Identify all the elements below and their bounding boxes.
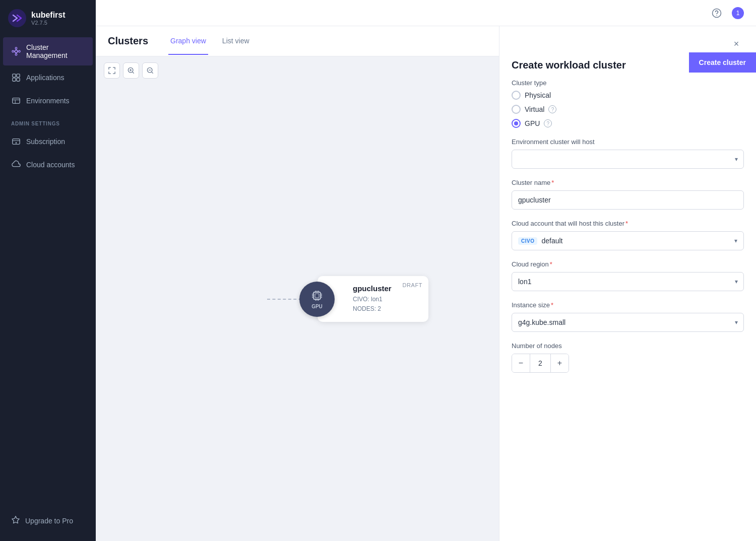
create-cluster-button[interactable]: Create cluster <box>689 52 756 73</box>
cluster-node-wrapper: GPU DRAFT gpucluster CIVO: lon1 NODES: 2 <box>267 276 428 322</box>
create-workload-cluster-panel: × Create workload cluster Cluster type P… <box>499 26 756 541</box>
stepper-plus-button[interactable]: + <box>550 354 569 372</box>
sidebar: kubefirst V2.7.5 Cluster Management <box>0 0 96 541</box>
svg-point-5 <box>19 50 21 52</box>
radio-virtual[interactable]: Virtual ? <box>512 105 744 114</box>
svg-point-20 <box>713 9 721 17</box>
cloud-account-label: Cloud account that will host this cluste… <box>512 220 744 227</box>
svg-rect-12 <box>13 78 16 81</box>
page-title: Clusters <box>108 26 148 56</box>
sidebar-item-subscription[interactable]: Subscription <box>3 130 93 153</box>
stepper-minus-button[interactable]: − <box>512 354 530 372</box>
panel-close-button[interactable]: × <box>729 36 744 51</box>
svg-point-21 <box>716 15 717 16</box>
stepper-value: 2 <box>530 355 550 371</box>
cluster-draft-badge: DRAFT <box>403 282 422 288</box>
cluster-name-input[interactable] <box>512 190 744 210</box>
fit-view-button[interactable] <box>104 62 120 79</box>
cloud-region-label: Cloud region* <box>512 260 744 268</box>
panel-body: Cluster type Physical Virtual ? <box>499 75 756 541</box>
env-cluster-label: Environment cluster will host <box>512 138 744 146</box>
radio-label-physical: Physical <box>525 91 551 99</box>
tab-graph-view[interactable]: Graph view <box>168 28 208 55</box>
svg-rect-13 <box>17 78 20 81</box>
sidebar-bottom: Upgrade to Pro <box>0 504 96 541</box>
virtual-info-icon[interactable]: ? <box>548 105 556 113</box>
sidebar-logo: kubefirst V2.7.5 <box>0 0 96 32</box>
radio-gpu[interactable]: GPU ? <box>512 119 744 128</box>
cluster-icon <box>11 46 21 56</box>
notification-badge[interactable]: 1 <box>732 7 744 19</box>
svg-rect-24 <box>313 292 321 299</box>
radio-circle-physical <box>512 91 521 100</box>
tab-list-view[interactable]: List view <box>220 28 251 55</box>
sidebar-item-applications[interactable]: Applications <box>3 66 93 89</box>
node-type-label: GPU <box>311 304 323 309</box>
sidebar-item-cloud-accounts[interactable]: Cloud accounts <box>3 154 93 176</box>
number-of-nodes-label: Number of nodes <box>512 342 744 350</box>
main-area: 1 Clusters Graph view List view <box>96 0 756 541</box>
cluster-name-required-star: * <box>551 179 554 186</box>
instance-size-select[interactable]: g4g.kube.small <box>512 313 744 332</box>
cluster-name-section: Cluster name* <box>512 179 744 210</box>
cluster-card[interactable]: GPU DRAFT gpucluster CIVO: lon1 NODES: 2 <box>318 276 428 322</box>
cloud-icon <box>11 160 21 170</box>
sidebar-nav: Cluster Management Applications <box>0 32 96 504</box>
grid-icon <box>11 73 21 83</box>
sidebar-item-label: Subscription <box>26 138 65 146</box>
radio-label-virtual: Virtual <box>525 105 544 113</box>
sidebar-item-cluster-management[interactable]: Cluster Management <box>3 37 93 65</box>
cloud-region-section: Cloud region* lon1 ▾ <box>512 260 744 291</box>
svg-rect-10 <box>13 74 16 77</box>
cloud-account-required-star: * <box>625 220 628 227</box>
radio-label-gpu: GPU <box>525 119 540 127</box>
svg-point-2 <box>15 47 17 49</box>
svg-rect-14 <box>13 98 20 104</box>
env-cluster-select[interactable] <box>512 150 744 169</box>
zoom-out-button[interactable] <box>142 62 158 79</box>
panel-header: × <box>499 26 756 51</box>
instance-size-select-wrapper: g4g.kube.small ▾ <box>512 313 744 332</box>
app-name: kubefirst <box>31 11 66 20</box>
svg-point-1 <box>15 50 17 52</box>
number-of-nodes-stepper: − 2 + <box>512 354 569 373</box>
topbar: 1 <box>96 0 756 26</box>
upgrade-label: Upgrade to Pro <box>25 517 73 525</box>
cluster-provider: CIVO: lon1 <box>353 295 418 304</box>
upgrade-to-pro-button[interactable]: Upgrade to Pro <box>8 510 88 531</box>
env-cluster-section: Environment cluster will host ▾ <box>512 138 744 169</box>
env-cluster-select-wrapper: ▾ <box>512 150 744 169</box>
sidebar-item-environments[interactable]: Environments <box>3 90 93 112</box>
cloud-account-select[interactable]: CIVO default ▾ <box>512 231 744 250</box>
cluster-node-icon: GPU <box>299 282 335 317</box>
help-icon-button[interactable] <box>710 6 724 20</box>
civo-badge: CIVO <box>518 237 537 245</box>
svg-point-3 <box>15 54 17 56</box>
instance-size-label: Instance size* <box>512 301 744 309</box>
gpu-info-icon[interactable]: ? <box>544 119 552 127</box>
graph-toolbar <box>96 56 499 85</box>
graph-view-area: Clusters Graph view List view <box>96 26 499 541</box>
admin-settings-label: ADMIN SETTINGS <box>0 113 96 129</box>
star-icon <box>11 515 20 526</box>
instance-size-required-star: * <box>551 301 553 309</box>
cloud-region-select[interactable]: lon1 <box>512 272 744 291</box>
content-wrapper: Clusters Graph view List view <box>96 26 756 541</box>
sidebar-item-label: Cluster Management <box>26 43 85 59</box>
radio-circle-gpu <box>512 119 521 128</box>
number-of-nodes-section: Number of nodes − 2 + <box>512 342 744 373</box>
logo-text: kubefirst V2.7.5 <box>31 11 66 26</box>
radio-physical[interactable]: Physical <box>512 91 744 100</box>
cluster-nodes: NODES: 2 <box>353 304 418 314</box>
cloud-account-value: default <box>541 237 737 245</box>
cloud-region-required-star: * <box>550 260 552 268</box>
app-version: V2.7.5 <box>31 20 66 26</box>
cloud-account-arrow-icon: ▾ <box>734 237 737 244</box>
sidebar-item-label: Applications <box>26 74 65 82</box>
zoom-in-button[interactable] <box>123 62 139 79</box>
svg-point-4 <box>12 50 14 52</box>
cloud-account-section: Cloud account that will host this cluste… <box>512 220 744 250</box>
instance-size-section: Instance size* g4g.kube.small ▾ <box>512 301 744 332</box>
cluster-name-label: Cluster name* <box>512 179 744 186</box>
clusters-header: Clusters Graph view List view <box>96 26 499 56</box>
